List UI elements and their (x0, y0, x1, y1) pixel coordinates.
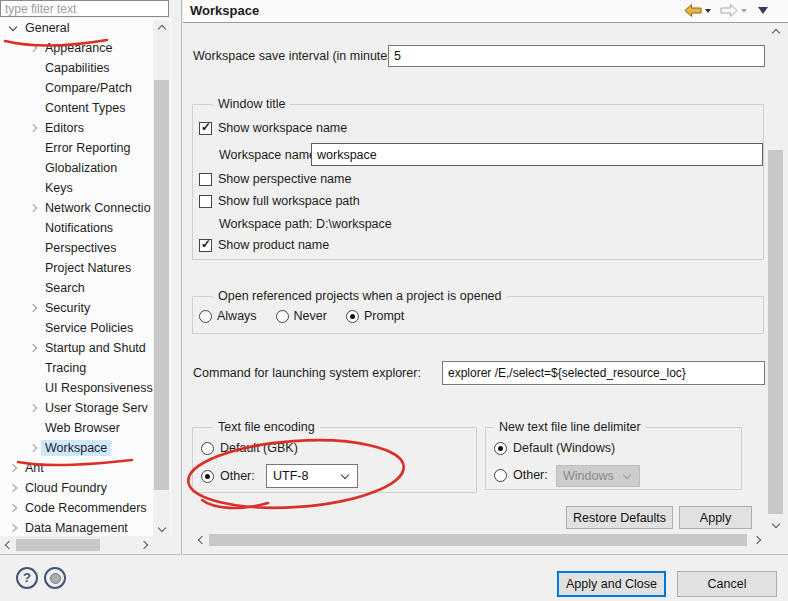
tree-item[interactable]: Capabilities (0, 58, 153, 78)
tree-item[interactable]: Project Natures (0, 258, 153, 278)
tree-item[interactable]: Tracing (0, 358, 153, 378)
encoding-default-row[interactable]: Default (GBK) (201, 441, 298, 455)
tree-expand-icon[interactable] (25, 318, 41, 338)
tree-item[interactable]: Startup and Shutd (0, 338, 153, 358)
tree-expand-icon[interactable] (5, 478, 21, 498)
tree-item[interactable]: Search (0, 278, 153, 298)
tree-item[interactable]: Globalization (0, 158, 153, 178)
tree-item[interactable]: Workspace (0, 438, 153, 458)
encoding-select[interactable]: UTF-8 (266, 464, 358, 488)
delimiter-default-row[interactable]: Default (Windows) (494, 441, 615, 455)
apply-and-close-button[interactable]: Apply and Close (557, 571, 666, 597)
tree-item[interactable]: Notifications (0, 218, 153, 238)
tree-expand-icon[interactable] (25, 398, 41, 418)
tree-item[interactable]: Security (0, 298, 153, 318)
tree-item[interactable]: Editors (0, 118, 153, 138)
tree-item[interactable]: General (0, 18, 153, 38)
checkbox-icon[interactable] (199, 195, 212, 208)
radio-option[interactable]: Never (276, 309, 327, 323)
scroll-left-icon[interactable] (0, 538, 14, 552)
view-menu-icon[interactable] (758, 7, 768, 14)
content-vertical-scrollbar[interactable] (767, 24, 784, 532)
tree-item[interactable]: Ant (0, 458, 153, 478)
restore-defaults-button[interactable]: Restore Defaults (566, 506, 673, 529)
tree-expand-icon[interactable] (25, 238, 41, 258)
tree-expand-icon[interactable] (25, 138, 41, 158)
tree-item[interactable]: Compare/Patch (0, 78, 153, 98)
tree-item[interactable]: UI Responsiveness (0, 378, 153, 398)
tree-expand-icon[interactable] (5, 518, 21, 536)
scroll-up-icon[interactable] (767, 24, 784, 39)
show-product-name-row[interactable]: Show product name (199, 238, 329, 252)
tree-item[interactable]: User Storage Serv (0, 398, 153, 418)
tree-item[interactable]: Keys (0, 178, 153, 198)
tree-item[interactable]: Data Management (0, 518, 153, 536)
encoding-other-row[interactable]: Other: (201, 469, 255, 483)
delimiter-other-row[interactable]: Other: (494, 468, 548, 482)
radio-label: Prompt (364, 309, 404, 323)
show-perspective-name-row[interactable]: Show perspective name (199, 172, 351, 186)
tree-expand-icon[interactable] (25, 38, 41, 58)
checkbox-icon[interactable] (199, 122, 212, 135)
cancel-button[interactable]: Cancel (677, 571, 777, 597)
explorer-command-input[interactable]: explorer /E,/select=${selected_resource_… (442, 361, 765, 385)
tree-expand-icon[interactable] (25, 178, 41, 198)
tree-expand-icon[interactable] (25, 118, 41, 138)
tree-expand-icon[interactable] (5, 458, 21, 478)
back-icon[interactable] (684, 4, 702, 17)
tree-expand-icon[interactable] (5, 498, 21, 518)
checkbox-icon[interactable] (199, 239, 212, 252)
tree-expand-icon[interactable] (25, 358, 41, 378)
tree-item[interactable]: Perspectives (0, 238, 153, 258)
scrollbar-thumb[interactable] (16, 539, 100, 551)
tree-item[interactable]: Web Browser (0, 418, 153, 438)
tree-expand-icon[interactable] (25, 298, 41, 318)
record-icon[interactable] (44, 567, 66, 589)
show-full-workspace-path-row[interactable]: Show full workspace path (199, 194, 360, 208)
scroll-down-icon[interactable] (153, 522, 170, 536)
tree-expand-icon[interactable] (25, 338, 41, 358)
content-horizontal-scrollbar[interactable] (193, 533, 765, 547)
tree-expand-icon[interactable] (25, 78, 41, 98)
tree-item[interactable]: Content Types (0, 98, 153, 118)
checkbox-icon[interactable] (199, 173, 212, 186)
help-icon[interactable]: ? (16, 567, 38, 589)
filter-input[interactable] (0, 0, 169, 17)
scrollbar-thumb[interactable] (768, 150, 783, 514)
radio-option[interactable]: Always (199, 309, 257, 323)
back-dropdown-icon[interactable] (705, 9, 711, 13)
sidebar-horizontal-scrollbar[interactable] (0, 538, 152, 552)
tree-item[interactable]: Network Connectio (0, 198, 153, 218)
scroll-up-icon[interactable] (153, 20, 170, 34)
show-workspace-name-row[interactable]: Show workspace name (199, 121, 347, 135)
tree-expand-icon[interactable] (25, 198, 41, 218)
scroll-right-icon[interactable] (138, 538, 152, 552)
scroll-left-icon[interactable] (193, 533, 207, 547)
forward-icon[interactable] (720, 4, 738, 17)
tree-expand-icon[interactable] (5, 18, 21, 38)
workspace-name-input[interactable]: workspace (311, 143, 763, 166)
tree-item[interactable]: Cloud Foundry (0, 478, 153, 498)
scrollbar-thumb[interactable] (209, 534, 747, 546)
tree-item[interactable]: Error Reporting (0, 138, 153, 158)
scroll-right-icon[interactable] (751, 533, 765, 547)
tree-expand-icon[interactable] (25, 218, 41, 238)
save-interval-input[interactable]: 5 (388, 45, 765, 67)
forward-dropdown-icon[interactable] (741, 9, 747, 13)
scroll-down-icon[interactable] (767, 517, 784, 532)
tree-expand-icon[interactable] (25, 378, 41, 398)
tree-expand-icon[interactable] (25, 278, 41, 298)
tree-item[interactable]: Service Policies (0, 318, 153, 338)
sidebar-vertical-scrollbar[interactable] (153, 20, 170, 536)
tree-expand-icon[interactable] (25, 258, 41, 278)
apply-button[interactable]: Apply (679, 506, 752, 529)
tree-item[interactable]: Appearance (0, 38, 153, 58)
tree-expand-icon[interactable] (25, 418, 41, 438)
tree-expand-icon[interactable] (25, 158, 41, 178)
radio-option[interactable]: Prompt (346, 309, 404, 323)
tree-expand-icon[interactable] (25, 98, 41, 118)
scrollbar-thumb[interactable] (154, 80, 169, 490)
tree-expand-icon[interactable] (25, 58, 41, 78)
tree-item[interactable]: Code Recommenders (0, 498, 153, 518)
tree-expand-icon[interactable] (25, 438, 41, 458)
